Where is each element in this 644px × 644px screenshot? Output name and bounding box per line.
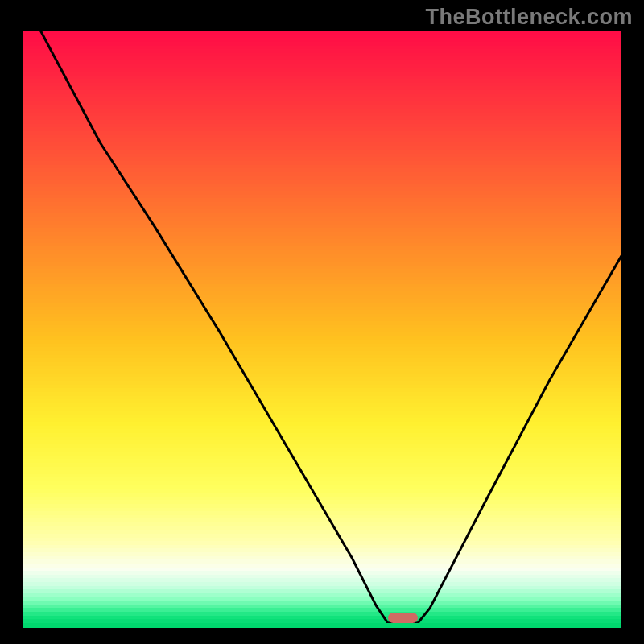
bottleneck-curve (23, 31, 621, 623)
chart-frame: TheBottleneck.com (0, 0, 644, 644)
plot-area (23, 31, 621, 623)
watermark-text: TheBottleneck.com (425, 5, 633, 30)
optimal-marker (388, 613, 418, 623)
